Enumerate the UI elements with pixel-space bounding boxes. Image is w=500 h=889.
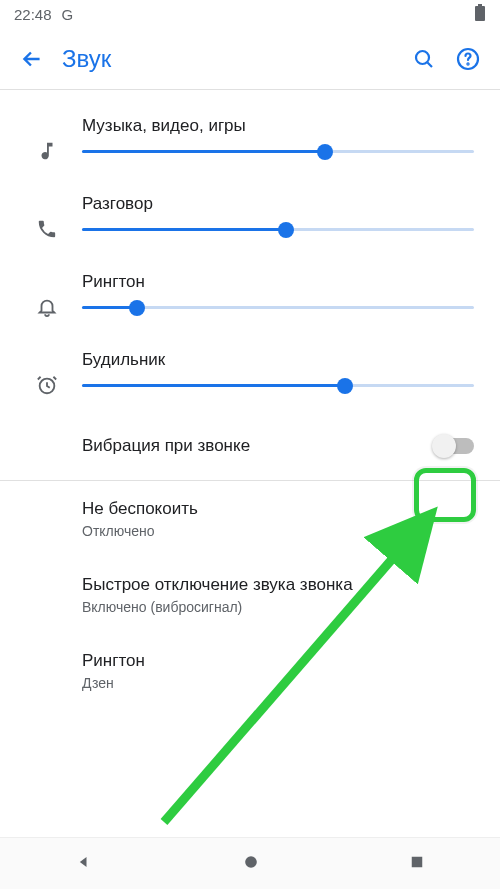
svg-rect-0 <box>475 6 485 21</box>
media-volume-label: Музыка, видео, игры <box>82 116 474 136</box>
nav-back-icon[interactable] <box>74 852 94 876</box>
content: Музыка, видео, игры Разговор Рингтон <box>0 90 500 709</box>
quick-mute-title: Быстрое отключение звука звонка <box>82 575 474 595</box>
quick-mute-row[interactable]: Быстрое отключение звука звонка Включено… <box>0 557 500 633</box>
dnd-title: Не беспокоить <box>82 499 474 519</box>
search-button[interactable] <box>402 47 446 71</box>
call-volume-label: Разговор <box>82 194 474 214</box>
help-button[interactable] <box>446 47 490 71</box>
media-volume-slider[interactable] <box>82 150 474 153</box>
vibrate-on-call-switch[interactable] <box>434 438 474 454</box>
ringtone-title: Рингтон <box>82 651 474 671</box>
svg-point-6 <box>245 856 257 868</box>
quick-mute-subtitle: Включено (вибросигнал) <box>82 599 474 615</box>
battery-icon <box>474 4 486 25</box>
alarm-volume-row: Будильник <box>0 334 500 412</box>
music-note-icon <box>12 116 82 162</box>
status-time: 22:48 <box>14 6 52 23</box>
back-button[interactable] <box>10 46 54 72</box>
status-g-icon: G <box>62 6 74 23</box>
phone-icon <box>12 194 82 240</box>
svg-point-4 <box>467 63 468 64</box>
svg-rect-7 <box>412 856 423 867</box>
alarm-icon <box>12 350 82 396</box>
media-volume-row: Музыка, видео, игры <box>0 100 500 178</box>
ring-volume-label: Рингтон <box>82 272 474 292</box>
bell-icon <box>12 272 82 318</box>
call-volume-slider[interactable] <box>82 228 474 231</box>
ring-volume-row: Рингтон <box>0 256 500 334</box>
svg-point-2 <box>416 51 429 64</box>
dnd-row[interactable]: Не беспокоить Отключено <box>0 481 500 557</box>
alarm-volume-slider[interactable] <box>82 384 474 387</box>
ring-volume-slider[interactable] <box>82 306 474 309</box>
alarm-volume-label: Будильник <box>82 350 474 370</box>
status-bar: 22:48 G <box>0 0 500 28</box>
nav-recent-icon[interactable] <box>408 853 426 875</box>
nav-home-icon[interactable] <box>241 852 261 876</box>
navigation-bar <box>0 837 500 889</box>
call-volume-row: Разговор <box>0 178 500 256</box>
page-title: Звук <box>54 45 402 73</box>
vibrate-on-call-row[interactable]: Вибрация при звонке <box>0 412 500 481</box>
svg-rect-1 <box>478 4 482 6</box>
ringtone-subtitle: Дзен <box>82 675 474 691</box>
ringtone-row[interactable]: Рингтон Дзен <box>0 633 500 709</box>
dnd-subtitle: Отключено <box>82 523 474 539</box>
app-bar: Звук <box>0 28 500 90</box>
vibrate-on-call-label: Вибрация при звонке <box>82 436 434 456</box>
